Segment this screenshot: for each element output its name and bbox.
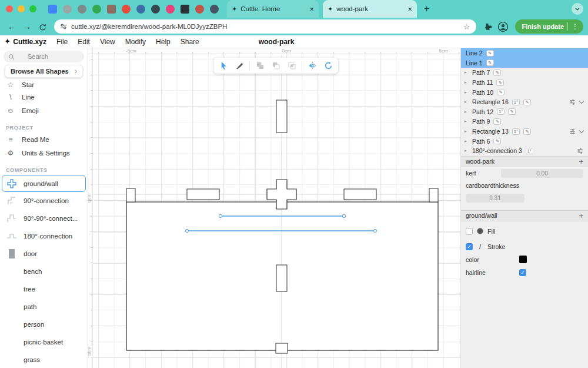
boolean-subtract-icon[interactable]: [270, 60, 282, 72]
shape-item-emoji[interactable]: ☺ Emoji: [0, 104, 88, 117]
component-item-90-90-connection[interactable]: 90°-90°-connect...: [0, 210, 88, 227]
slot-middle-rectangle[interactable]: [276, 265, 287, 291]
add-property-icon[interactable]: +: [579, 211, 583, 220]
line-endpoint-handle[interactable]: [373, 229, 376, 232]
layer-row-path-10[interactable]: ▸ Path 10 ✎: [461, 87, 588, 97]
menu-file[interactable]: File: [56, 38, 68, 46]
project-section-header[interactable]: wood-park +: [461, 156, 588, 167]
disclosure-triangle-icon[interactable]: ▸: [465, 119, 469, 124]
new-tab-button[interactable]: +: [424, 4, 429, 14]
menu-edit[interactable]: Edit: [78, 38, 90, 46]
site-settings-icon[interactable]: [60, 23, 67, 30]
sidebar-item-units-settings[interactable]: ⚙ Units & Settings: [0, 146, 88, 160]
tab-search-chevron-icon[interactable]: [572, 3, 583, 15]
stroke-color-swatch[interactable]: [519, 256, 527, 263]
notch-left-path[interactable]: [126, 188, 135, 202]
disclosure-triangle-icon[interactable]: ▸: [465, 110, 469, 114]
edit-icon[interactable]: ✎: [508, 108, 516, 115]
fill-checkbox[interactable]: [466, 228, 473, 235]
extension-icon[interactable]: [107, 5, 116, 14]
component-item-door[interactable]: door: [0, 245, 88, 263]
extension-icon[interactable]: [151, 5, 160, 14]
menu-view[interactable]: View: [100, 38, 115, 46]
hairline-checkbox[interactable]: ✓: [519, 269, 526, 276]
canvas-area[interactable]: -5cm 0cm 5cm 0cm 5cm: [88, 48, 460, 368]
back-button[interactable]: ←: [5, 22, 19, 31]
search-input[interactable]: Search: [4, 51, 84, 62]
component-item-grass[interactable]: grass: [0, 351, 88, 368]
slot-right-rectangle[interactable]: [344, 189, 376, 200]
collapse-chevron-icon[interactable]: [579, 99, 584, 104]
sliders-icon[interactable]: [569, 99, 576, 105]
disclosure-triangle-icon[interactable]: ▸: [465, 70, 469, 75]
tab-wood-park[interactable]: ✦ wood-park ×: [323, 0, 417, 18]
extension-icon[interactable]: [195, 5, 204, 14]
disclosure-triangle-icon[interactable]: ▸: [465, 129, 469, 134]
menu-modify[interactable]: Modify: [125, 38, 146, 46]
extension-icon[interactable]: [136, 5, 145, 14]
component-section-header[interactable]: ground/wall +: [461, 210, 588, 221]
zoom-window-button[interactable]: [29, 5, 36, 12]
component-item-ground-wall[interactable]: ground/wall: [2, 175, 86, 192]
component-item-tree[interactable]: tree: [0, 280, 88, 298]
profile-icon[interactable]: [496, 21, 510, 32]
shape-item-star[interactable]: ☆ Star: [0, 79, 88, 90]
finish-update-button[interactable]: Finish update ⋮: [515, 19, 584, 34]
layer-row-path-11[interactable]: ▸ Path 11 ✎: [461, 78, 588, 88]
layer-row-rectangle-13[interactable]: ▸ Rectangle 13 1° ✎: [461, 127, 588, 137]
stroke-checkbox[interactable]: ✓: [466, 243, 473, 250]
edit-icon[interactable]: ✎: [523, 99, 531, 105]
component-item-bench[interactable]: bench: [0, 263, 88, 280]
edit-icon[interactable]: ✎: [497, 89, 505, 95]
minimize-window-button[interactable]: [18, 5, 25, 12]
cardboardthickness-value-field[interactable]: 0.31: [466, 194, 524, 203]
notch-right-path[interactable]: [429, 188, 438, 202]
modifier-badge[interactable]: 1°: [497, 108, 505, 115]
layer-row-180-connection-3[interactable]: ▸ 180°-connection 3 1°: [461, 146, 588, 156]
extension-icon[interactable]: [210, 5, 219, 14]
shape-item-line[interactable]: \ Line: [0, 90, 88, 104]
fill-style-icon[interactable]: [477, 228, 483, 234]
mirror-tool-icon[interactable]: [306, 60, 318, 72]
line-endpoint-handle[interactable]: [185, 229, 188, 232]
extension-icon[interactable]: [92, 5, 101, 14]
sliders-icon[interactable]: [569, 128, 576, 135]
slot-top-rectangle[interactable]: [276, 100, 287, 132]
rotate-tool-icon[interactable]: [322, 60, 334, 72]
extension-icon[interactable]: [63, 5, 72, 14]
edit-icon[interactable]: ✎: [486, 59, 494, 66]
browse-all-shapes-button[interactable]: Browse All Shapes ›: [5, 65, 83, 78]
extensions-puzzle-icon[interactable]: [481, 22, 495, 31]
extension-icon[interactable]: [78, 5, 86, 14]
forward-button[interactable]: →: [20, 22, 34, 31]
edit-icon[interactable]: ✎: [523, 128, 531, 135]
extension-icon[interactable]: [122, 5, 131, 14]
disclosure-triangle-icon[interactable]: ▸: [465, 139, 469, 144]
notch-bottom-path[interactable]: [276, 343, 288, 353]
layer-row-line-1[interactable]: Line 1 ✎: [461, 58, 588, 68]
boolean-union-icon[interactable]: [254, 60, 266, 72]
layer-row-path-6[interactable]: ▸ Path 6 ✎: [461, 136, 588, 146]
stroke-style-icon[interactable]: /: [477, 243, 483, 250]
component-item-person[interactable]: person: [0, 316, 88, 333]
edit-icon[interactable]: ✎: [493, 138, 501, 144]
menu-help[interactable]: Help: [156, 38, 171, 46]
layer-row-path-12[interactable]: ▸ Path 12 1° ✎: [461, 107, 588, 117]
layer-row-path-9[interactable]: ▸ Path 9 ✎: [461, 117, 588, 127]
layer-row-rectangle-16[interactable]: ▸ Rectangle 16 1° ✎: [461, 97, 588, 107]
collapse-chevron-icon[interactable]: [579, 128, 584, 133]
kerf-value-field[interactable]: 0.00: [501, 169, 583, 178]
extension-icon[interactable]: [166, 5, 175, 14]
component-item-180-connection[interactable]: 180°-connection: [0, 227, 88, 245]
line-endpoint-handle[interactable]: [342, 214, 345, 217]
add-parameter-icon[interactable]: +: [579, 157, 583, 166]
reload-button[interactable]: [35, 22, 49, 31]
layer-row-line-2[interactable]: Line 2 ✎: [461, 48, 588, 58]
line-endpoint-handle[interactable]: [219, 214, 222, 217]
app-logo[interactable]: ✦ Cuttle.xyz: [5, 38, 46, 46]
tab-cuttle-home[interactable]: ✦ Cuttle: Home ×: [227, 0, 319, 18]
address-bar[interactable]: cuttle.xyz/@keremdiren/wood-park-ML0DJyy…: [54, 19, 476, 34]
edit-icon[interactable]: ✎: [493, 69, 501, 76]
modifier-badge[interactable]: 1°: [512, 128, 520, 135]
edit-icon[interactable]: ✎: [496, 79, 504, 86]
